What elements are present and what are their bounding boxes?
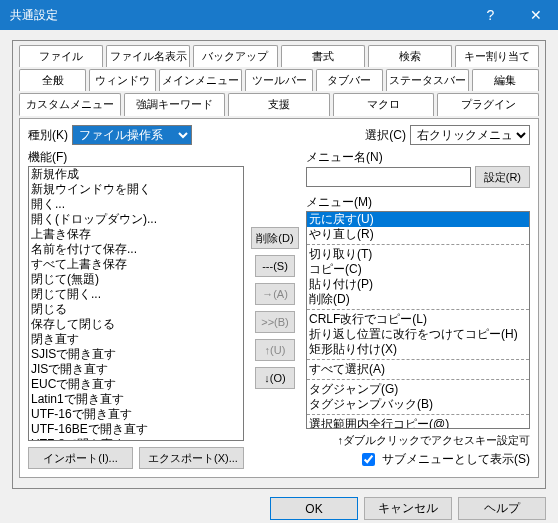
- content: ファイルファイル名表示バックアップ書式検索キー割り当て 全般ウィンドウメインメニ…: [0, 30, 558, 523]
- accesskey-note: ↑ダブルクリックでアクセスキー設定可: [306, 433, 530, 448]
- menu-separator[interactable]: [307, 379, 529, 380]
- menu-listbox[interactable]: 元に戻す(U)やり直し(R)切り取り(T)コピー(C)貼り付け(P)削除(D)C…: [306, 211, 530, 429]
- list-item[interactable]: 切り取り(T): [307, 247, 529, 262]
- tab-タブバー[interactable]: タブバー: [316, 69, 383, 91]
- list-item[interactable]: 貼り付け(P): [307, 277, 529, 292]
- submenu-checkbox[interactable]: [362, 453, 375, 466]
- tabs-row-3: カスタムメニュー強調キーワード支援マクロプラグイン: [19, 93, 539, 116]
- tab-バックアップ[interactable]: バックアップ: [193, 45, 277, 67]
- menu-separator[interactable]: [307, 414, 529, 415]
- ok-button[interactable]: OK: [270, 497, 358, 520]
- set-button[interactable]: 設定(R): [475, 166, 530, 188]
- list-item[interactable]: すべて上書き保存: [29, 257, 243, 272]
- tab-書式[interactable]: 書式: [281, 45, 365, 67]
- list-item[interactable]: 元に戻す(U): [307, 212, 529, 227]
- list-item[interactable]: UTF-8で開き直す: [29, 437, 243, 441]
- tab-ツールバー[interactable]: ツールバー: [245, 69, 312, 91]
- list-item[interactable]: 矩形貼り付け(X): [307, 342, 529, 357]
- delete-button[interactable]: 削除(D): [251, 227, 298, 249]
- up-button[interactable]: ↑(U): [255, 339, 295, 361]
- menu-separator[interactable]: [307, 309, 529, 310]
- close-titlebar-button[interactable]: ✕: [513, 0, 558, 30]
- separator-button[interactable]: ---(S): [255, 255, 295, 277]
- tab-編集[interactable]: 編集: [472, 69, 539, 91]
- list-item[interactable]: UTF-16で開き直す: [29, 407, 243, 422]
- list-item[interactable]: 選択範囲内全行コピー(@): [307, 417, 529, 429]
- tab-キー割り当て[interactable]: キー割り当て: [455, 45, 539, 67]
- menu-name-input[interactable]: [306, 167, 471, 187]
- menu-label: メニュー(M): [306, 194, 530, 211]
- list-item[interactable]: 新規作成: [29, 167, 243, 182]
- list-item[interactable]: 削除(D): [307, 292, 529, 307]
- dialog-footer: OK キャンセル ヘルプ: [12, 489, 546, 520]
- to-b-button[interactable]: >>(B): [255, 311, 295, 333]
- menu-separator[interactable]: [307, 359, 529, 360]
- list-item[interactable]: 名前を付けて保存...: [29, 242, 243, 257]
- list-item[interactable]: コピー(C): [307, 262, 529, 277]
- tab-カスタムメニュー[interactable]: カスタムメニュー: [19, 93, 121, 116]
- export-button[interactable]: エクスポート(X)...: [139, 447, 244, 469]
- list-item[interactable]: 上書き保存: [29, 227, 243, 242]
- middle-buttons: 削除(D) ---(S) →(A) >>(B) ↑(U) ↓(O): [250, 149, 300, 469]
- titlebar: 共通設定 ? ✕: [0, 0, 558, 30]
- tab-ファイル[interactable]: ファイル: [19, 45, 103, 67]
- kind-select[interactable]: ファイル操作系: [72, 125, 192, 145]
- cancel-button[interactable]: キャンセル: [364, 497, 452, 520]
- list-item[interactable]: 折り返し位置に改行をつけてコピー(H): [307, 327, 529, 342]
- list-item[interactable]: UTF-16BEで開き直す: [29, 422, 243, 437]
- list-item[interactable]: 開く...: [29, 197, 243, 212]
- list-item[interactable]: EUCで開き直す: [29, 377, 243, 392]
- list-item[interactable]: 閉き直す: [29, 332, 243, 347]
- tab-メインメニュー[interactable]: メインメニュー: [159, 69, 242, 91]
- select-c-select[interactable]: 右クリックメニュー: [410, 125, 530, 145]
- list-item[interactable]: 閉じて(無題): [29, 272, 243, 287]
- list-item[interactable]: タグジャンプ(G): [307, 382, 529, 397]
- tab-ウィンドウ[interactable]: ウィンドウ: [89, 69, 156, 91]
- list-item[interactable]: 閉じる: [29, 302, 243, 317]
- list-item[interactable]: 開く(ドロップダウン)...: [29, 212, 243, 227]
- menu-separator[interactable]: [307, 244, 529, 245]
- kind-label: 種別(K): [28, 127, 68, 144]
- tab-ステータスバー[interactable]: ステータスバー: [386, 69, 469, 91]
- submenu-checkbox-label[interactable]: サブメニューとして表示(S): [382, 451, 530, 468]
- list-item[interactable]: すべて選択(A): [307, 362, 529, 377]
- function-listbox[interactable]: 新規作成新規ウインドウを開く開く...開く(ドロップダウン)...上書き保存名前…: [28, 166, 244, 441]
- help-titlebar-button[interactable]: ?: [468, 0, 513, 30]
- func-label: 機能(F): [28, 149, 244, 166]
- to-a-button[interactable]: →(A): [255, 283, 295, 305]
- tab-panel-custommenu: 種別(K) ファイル操作系 選択(C) 右クリックメニュー 機能(F) 新規作成…: [19, 118, 539, 478]
- list-item[interactable]: タグジャンプバック(B): [307, 397, 529, 412]
- tab-支援[interactable]: 支援: [228, 93, 330, 116]
- tab-強調キーワード[interactable]: 強調キーワード: [124, 93, 226, 116]
- tabs-row-2: 全般ウィンドウメインメニューツールバータブバーステータスバー編集: [19, 69, 539, 91]
- tab-全般[interactable]: 全般: [19, 69, 86, 91]
- select-label: 選択(C): [365, 127, 406, 144]
- tab-ファイル名表示[interactable]: ファイル名表示: [106, 45, 190, 67]
- list-item[interactable]: CRLF改行でコピー(L): [307, 312, 529, 327]
- list-item[interactable]: JISで開き直す: [29, 362, 243, 377]
- list-item[interactable]: SJISで開き直す: [29, 347, 243, 362]
- help-button[interactable]: ヘルプ: [458, 497, 546, 520]
- tab-プラグイン[interactable]: プラグイン: [437, 93, 539, 116]
- import-button[interactable]: インポート(I)...: [28, 447, 133, 469]
- dialog-group: ファイルファイル名表示バックアップ書式検索キー割り当て 全般ウィンドウメインメニ…: [12, 40, 546, 489]
- list-item[interactable]: 閉じて開く...: [29, 287, 243, 302]
- tabs-row-1: ファイルファイル名表示バックアップ書式検索キー割り当て: [19, 45, 539, 67]
- down-button[interactable]: ↓(O): [255, 367, 295, 389]
- tab-検索[interactable]: 検索: [368, 45, 452, 67]
- tab-マクロ[interactable]: マクロ: [333, 93, 435, 116]
- list-item[interactable]: Latin1で開き直す: [29, 392, 243, 407]
- menu-name-label: メニュー名(N): [306, 149, 530, 166]
- list-item[interactable]: 保存して閉じる: [29, 317, 243, 332]
- list-item[interactable]: 新規ウインドウを開く: [29, 182, 243, 197]
- list-item[interactable]: やり直し(R): [307, 227, 529, 242]
- window-title: 共通設定: [10, 7, 468, 24]
